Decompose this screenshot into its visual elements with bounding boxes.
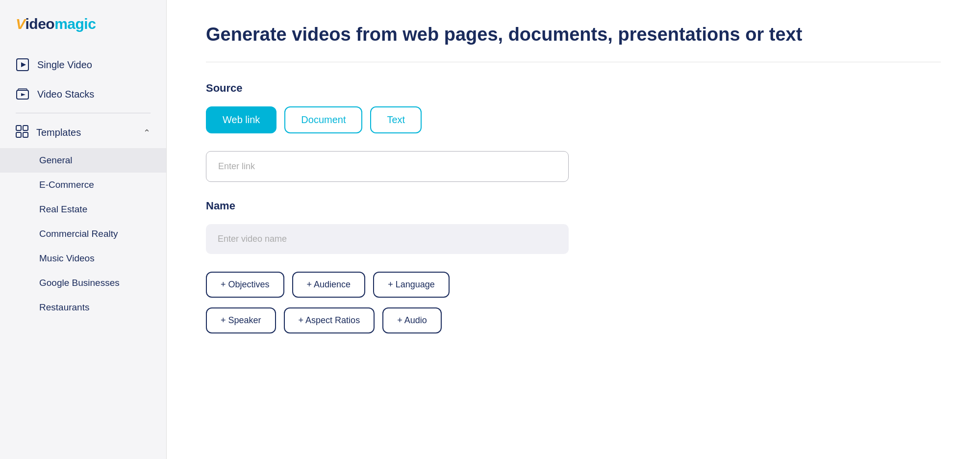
sidebar-item-video-stacks-label: Video Stacks (37, 89, 94, 100)
sidebar: Videomagic Single Video Video Stacks (0, 0, 167, 459)
sidebar-divider (16, 113, 151, 113)
sidebar-item-music-videos[interactable]: Music Videos (0, 246, 166, 271)
sidebar-item-single-video[interactable]: Single Video (0, 50, 166, 79)
video-stacks-icon (16, 87, 29, 101)
templates-icon (16, 125, 28, 140)
svg-rect-8 (23, 132, 28, 137)
audio-button[interactable]: + Audio (382, 307, 442, 333)
audience-button[interactable]: + Audience (292, 272, 366, 298)
sidebar-item-video-stacks[interactable]: Video Stacks (0, 79, 166, 109)
page-title: Generate videos from web pages, document… (206, 24, 941, 46)
sidebar-item-ecommerce[interactable]: E-Commerce (0, 173, 166, 197)
svg-marker-4 (21, 93, 25, 96)
templates-header[interactable]: Templates ⌃ (0, 117, 166, 148)
sidebar-item-general-label: General (39, 155, 73, 166)
templates-header-left: Templates (16, 125, 81, 140)
source-buttons: Web link Document Text (206, 106, 941, 133)
sidebar-item-real-estate[interactable]: Real Estate (0, 197, 166, 222)
sidebar-item-general[interactable]: General (0, 148, 166, 173)
option-buttons-row2: + Speaker + Aspect Ratios + Audio (206, 307, 941, 333)
sidebar-item-single-video-label: Single Video (37, 59, 92, 71)
sidebar-nav: Single Video Video Stacks (0, 50, 166, 320)
svg-rect-3 (18, 89, 27, 90)
templates-chevron-icon: ⌃ (143, 128, 151, 138)
svg-marker-1 (21, 62, 26, 67)
speaker-button[interactable]: + Speaker (206, 307, 276, 333)
sidebar-item-music-videos-label: Music Videos (39, 253, 95, 264)
sidebar-item-commercial-realty[interactable]: Commercial Realty (0, 222, 166, 246)
svg-rect-5 (16, 126, 21, 130)
sidebar-item-commercial-realty-label: Commercial Realty (39, 229, 118, 239)
templates-label: Templates (36, 127, 81, 138)
sidebar-item-real-estate-label: Real Estate (39, 204, 87, 215)
source-btn-weblink[interactable]: Web link (206, 106, 276, 133)
link-input[interactable] (206, 151, 569, 182)
name-input[interactable] (206, 224, 569, 254)
option-buttons-row1: + Objectives + Audience + Language (206, 272, 941, 298)
logo-v: V (16, 16, 25, 32)
name-label: Name (206, 200, 941, 212)
header-divider (206, 62, 941, 62)
objectives-button[interactable]: + Objectives (206, 272, 284, 298)
svg-rect-7 (16, 132, 21, 137)
aspect-ratios-button[interactable]: + Aspect Ratios (284, 307, 375, 333)
source-label: Source (206, 82, 941, 95)
logo-magic: magic (54, 16, 96, 32)
source-btn-text[interactable]: Text (370, 106, 422, 133)
source-btn-document[interactable]: Document (284, 106, 362, 133)
main-content: Generate videos from web pages, document… (167, 0, 980, 459)
sidebar-item-google-businesses-label: Google Businesses (39, 278, 120, 288)
single-video-icon (16, 58, 29, 72)
logo-ideo: ideo (25, 16, 55, 32)
sidebar-item-ecommerce-label: E-Commerce (39, 179, 94, 190)
sidebar-item-google-businesses[interactable]: Google Businesses (0, 271, 166, 295)
sidebar-item-restaurants[interactable]: Restaurants (0, 295, 166, 320)
logo: Videomagic (0, 16, 166, 50)
svg-rect-6 (23, 126, 28, 130)
sidebar-item-restaurants-label: Restaurants (39, 302, 89, 313)
language-button[interactable]: + Language (373, 272, 450, 298)
